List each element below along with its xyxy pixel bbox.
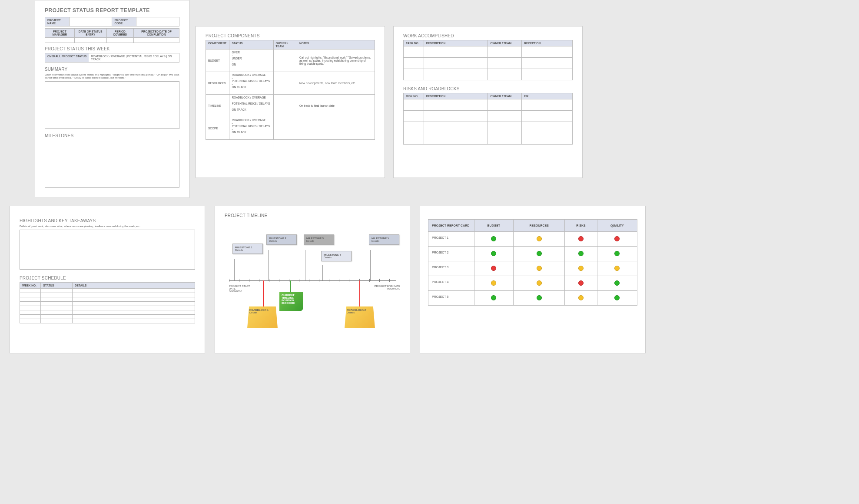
risks-r2-c3[interactable] — [522, 122, 573, 133]
work-r0-c1[interactable] — [424, 46, 488, 58]
sch-r6-c1[interactable] — [41, 315, 73, 319]
highlights-textarea[interactable] — [20, 230, 195, 270]
work-r0-c0[interactable] — [404, 46, 424, 58]
risks-r3-c1[interactable] — [424, 133, 488, 145]
status-week-heading: PROJECT STATUS THIS WEEK — [45, 46, 179, 51]
risks-r2-c0[interactable] — [404, 122, 424, 133]
sch-r0-c0[interactable] — [20, 289, 41, 293]
comp-r0-owner[interactable] — [273, 49, 297, 72]
components-h0: COMPONENT — [206, 40, 229, 49]
work-r1-c1[interactable] — [424, 58, 488, 69]
field-completion[interactable] — [133, 38, 179, 43]
rc-row-3-c2 — [565, 276, 597, 291]
comp-r2-owner[interactable] — [273, 95, 297, 117]
sch-r3-c2[interactable] — [72, 302, 195, 306]
sch-r1-c0[interactable] — [20, 293, 41, 297]
comp-r0-name: BUDGET — [206, 49, 229, 72]
field-project-code[interactable] — [136, 17, 179, 26]
rc-row-0-c2 — [565, 232, 597, 247]
field-pm[interactable] — [45, 38, 75, 43]
risks-r3-c0[interactable] — [404, 133, 424, 145]
risks-r1-c0[interactable] — [404, 111, 424, 122]
sch-r1-c2[interactable] — [72, 293, 195, 297]
risks-r3-c2[interactable] — [488, 133, 522, 145]
comp-r2-status: ROADBLOCK / OVERAGE - POTENTIAL RISKS / … — [229, 95, 273, 117]
rc-row-4-c0 — [474, 291, 513, 306]
work-r1-c2[interactable] — [488, 58, 522, 69]
sch-r6-c0[interactable] — [20, 315, 41, 319]
rc-row-2-c3 — [597, 261, 637, 276]
sch-r2-c0[interactable] — [20, 297, 41, 302]
rc-row-1: PROJECT 2 — [428, 247, 637, 261]
rc-h4: QUALITY — [597, 220, 637, 232]
rc-row-0-c0 — [474, 232, 513, 247]
sch-r4-c0[interactable] — [20, 306, 41, 310]
risks-r0-c3[interactable] — [522, 99, 573, 111]
sch-r0-c2[interactable] — [72, 289, 195, 293]
rc-row-3-name: PROJECT 4 — [428, 276, 474, 291]
comp-r3-owner[interactable] — [273, 117, 297, 140]
field-period[interactable] — [106, 38, 133, 43]
risks-r2-c1[interactable] — [424, 122, 488, 133]
risks-r1-c2[interactable] — [488, 111, 522, 122]
risks-h1: DESCRIPTION — [424, 93, 488, 99]
work-r0-c2[interactable] — [488, 46, 522, 58]
components-table: COMPONENT STATUS OWNER / TEAM NOTES BUDG… — [206, 40, 375, 140]
label-pm: PROJECT MANAGER — [45, 29, 75, 38]
work-r2-c0[interactable] — [404, 69, 424, 80]
sch-r7-c1[interactable] — [41, 319, 73, 323]
risks-r1-c1[interactable] — [424, 111, 488, 122]
sch-r3-c1[interactable] — [41, 302, 73, 306]
rc-row-0-c1 — [513, 232, 565, 247]
label-project-code: PROJECT CODE — [112, 17, 136, 26]
sch-r6-c2[interactable] — [72, 315, 195, 319]
rc-row-0: PROJECT 1 — [428, 232, 637, 247]
risks-r3-c3[interactable] — [522, 133, 573, 145]
comp-r1-owner[interactable] — [273, 72, 297, 95]
sch-r5-c0[interactable] — [20, 310, 41, 315]
status-dot-g — [578, 251, 584, 256]
risks-r0-c2[interactable] — [488, 99, 522, 111]
milestones-textarea[interactable] — [45, 140, 179, 188]
risks-table: RISK NO. DESCRIPTION OWNER / TEAM FIX — [403, 93, 573, 145]
sch-r4-c1[interactable] — [41, 306, 73, 310]
rc-row-1-c1 — [513, 247, 565, 261]
sch-r1-c1[interactable] — [41, 293, 73, 297]
risks-r0-c1[interactable] — [424, 99, 488, 111]
rc-row-4-c3 — [597, 291, 637, 306]
sch-r2-c2[interactable] — [72, 297, 195, 302]
work-r2-c2[interactable] — [488, 69, 522, 80]
work-r2-c3[interactable] — [522, 69, 573, 80]
field-project-name[interactable] — [69, 17, 112, 26]
risks-r0-c0[interactable] — [404, 99, 424, 111]
status-dot-g — [537, 295, 542, 300]
sch-r0-c1[interactable] — [41, 289, 73, 293]
rc-row-1-c3 — [597, 247, 637, 261]
sch-r3-c0[interactable] — [20, 302, 41, 306]
sch-r4-c2[interactable] — [72, 306, 195, 310]
work-r0-c3[interactable] — [522, 46, 573, 58]
comp-r2-notes: On track to final launch date — [297, 95, 375, 117]
status-dot-r — [491, 266, 496, 271]
rc-row-2-name: PROJECT 3 — [428, 261, 474, 276]
status-dot-r — [578, 280, 584, 286]
work-r1-c0[interactable] — [404, 58, 424, 69]
risks-r2-c2[interactable] — [488, 122, 522, 133]
rc-row-0-c3 — [597, 232, 637, 247]
comp-r1-notes: New developments, new team members, etc. — [297, 72, 375, 95]
report-card-table: PROJECT REPORT CARD BUDGET RESOURCES RIS… — [428, 219, 637, 306]
work-r2-c1[interactable] — [424, 69, 488, 80]
risks-r1-c3[interactable] — [522, 111, 573, 122]
sch-r2-c1[interactable] — [41, 297, 73, 302]
work-heading: WORK ACCOMPLISHED — [403, 33, 573, 38]
work-r1-c3[interactable] — [522, 58, 573, 69]
page-4: HIGHLIGHTS AND KEY TAKEAWAYS Bullets of … — [10, 206, 205, 353]
status-dot-g — [614, 251, 620, 256]
sch-r7-c0[interactable] — [20, 319, 41, 323]
field-date-entry[interactable] — [74, 38, 106, 43]
rc-row-1-c2 — [565, 247, 597, 261]
sch-r5-c2[interactable] — [72, 310, 195, 315]
sch-r5-c1[interactable] — [41, 310, 73, 315]
summary-textarea[interactable] — [45, 81, 179, 129]
sch-r7-c2[interactable] — [72, 319, 195, 323]
